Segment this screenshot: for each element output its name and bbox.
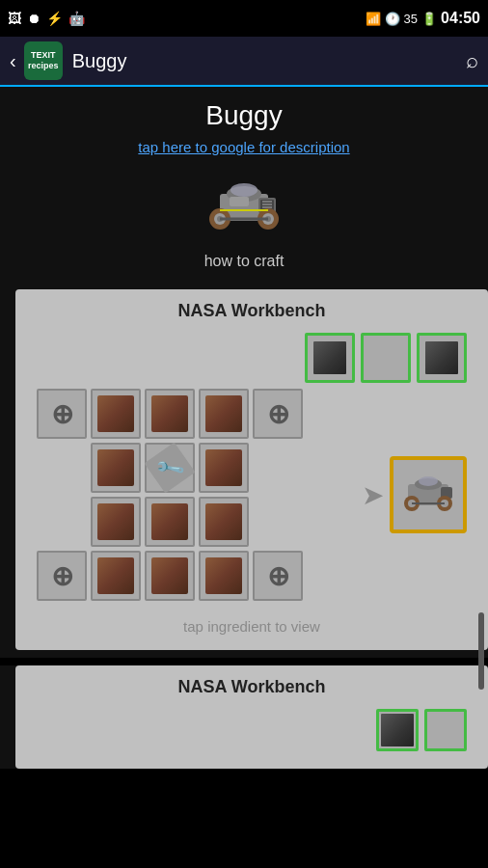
cell-4-3[interactable] [145,551,195,601]
cell-3-1[interactable] [91,497,141,547]
svg-rect-15 [230,197,249,206]
cell-1-2[interactable] [91,389,141,439]
arrow-right-icon: ➤ [362,479,384,511]
svg-point-2 [230,183,258,197]
cell-4-4[interactable] [199,551,249,601]
iron-item-9 [97,557,134,594]
status-icons-left: 🖼 ⏺ ⚡ 🤖 [8,11,85,26]
craft-panel-2-title: NASA Workbench [27,677,476,697]
time-display: 04:50 [441,10,480,27]
main-content: Buggy tap here to google for description [0,87,488,289]
grid-row-3 [37,497,303,547]
top-row-cell-3[interactable] [417,333,467,383]
cell-2-3[interactable] [199,443,249,493]
iron-item-6 [97,503,134,540]
iron-item-3 [205,395,242,432]
iron-item-10 [151,557,188,594]
search-button[interactable]: ⌕ [466,48,478,73]
top-row-cell-2[interactable] [361,333,411,383]
top-item-3 [425,341,458,374]
wheel-icon-1: ⊕ [43,395,80,432]
google-link[interactable]: tap here to google for description [138,139,349,155]
wifi-icon: 🕐 [385,12,400,26]
result-buggy-image [398,465,458,525]
result-cell[interactable] [390,456,467,533]
spotify-status-icon: ⏺ [27,11,41,26]
image-status-icon: 🖼 [8,11,21,26]
cell-4-5[interactable]: ⊕ [253,551,303,601]
wheel-icon-2: ⊕ [259,395,296,432]
panel2-cell-2[interactable] [424,709,467,751]
cell-3-3[interactable] [199,497,249,547]
top-bar-title: Buggy [72,50,466,72]
status-icons-right: 📶 🕐 35 🔋 04:50 [366,10,480,27]
top-row-cell-1[interactable] [305,333,355,383]
buggy-image [201,165,287,247]
cell-1-4[interactable] [199,389,249,439]
cell-1-5[interactable]: ⊕ [253,389,303,439]
back-button[interactable]: ‹ [10,50,16,72]
result-area: ➤ [362,456,467,533]
iron-item-11 [205,557,242,594]
cell-4-1[interactable]: ⊕ [37,551,87,601]
panel2-item-2 [429,714,462,746]
robot-status-icon: 🤖 [68,11,85,26]
svg-point-19 [419,476,438,486]
iron-item-5 [205,449,242,486]
grid-row-1: ⊕ ⊕ [37,389,303,439]
iron-item-8 [205,503,242,540]
panel2-item-1 [381,714,414,746]
iron-item-2 [151,395,188,432]
battery-text: 35 [404,12,418,26]
craft-grid: ⊕ ⊕ [37,389,303,601]
top-row-items [27,333,476,383]
cell-2-2[interactable]: 🔧 [145,443,195,493]
cell-1-3[interactable] [145,389,195,439]
grid-row-4: ⊕ ⊕ [37,551,303,601]
panel2-cell-1[interactable] [376,709,419,751]
craft-panel-2-top-row [27,709,476,751]
wrench-icon: 🔧 [145,443,196,494]
iron-item-7 [151,503,188,540]
status-bar: 🖼 ⏺ ⚡ 🤖 📶 🕐 35 🔋 04:50 [0,0,488,37]
battery-icon: 🔋 [421,12,437,26]
top-item-1 [313,341,346,374]
craft-panel-2: NASA Workbench [15,665,488,769]
page-title: Buggy [205,100,282,131]
wheel-icon-3: ⊕ [43,557,80,594]
craft-grid-area: ⊕ ⊕ [27,389,476,601]
app-logo: TEXIT recipes [24,41,63,80]
arrow-result-row: ➤ [362,456,467,533]
top-item-2 [369,341,402,374]
iron-item-4 [97,449,134,486]
signal-icon: 📶 [366,12,381,26]
tap-ingredient-hint: tap ingredient to view [27,618,476,638]
usb-status-icon: ⚡ [46,11,63,26]
wheel-icon-4: ⊕ [259,557,296,594]
grid-row-2: 🔧 [37,443,303,493]
craft-panel-1-title: NASA Workbench [27,301,476,321]
cell-3-2[interactable] [145,497,195,547]
iron-item-1 [97,395,134,432]
cell-2-1[interactable] [91,443,141,493]
cell-4-2[interactable] [91,551,141,601]
how-to-craft-label: how to craft [204,253,285,270]
top-bar: ‹ TEXIT recipes Buggy ⌕ [0,37,488,87]
craft-panel-1: NASA Workbench ⊕ [15,289,488,650]
cell-1-1[interactable]: ⊕ [37,389,87,439]
scroll-bar[interactable] [478,612,484,690]
